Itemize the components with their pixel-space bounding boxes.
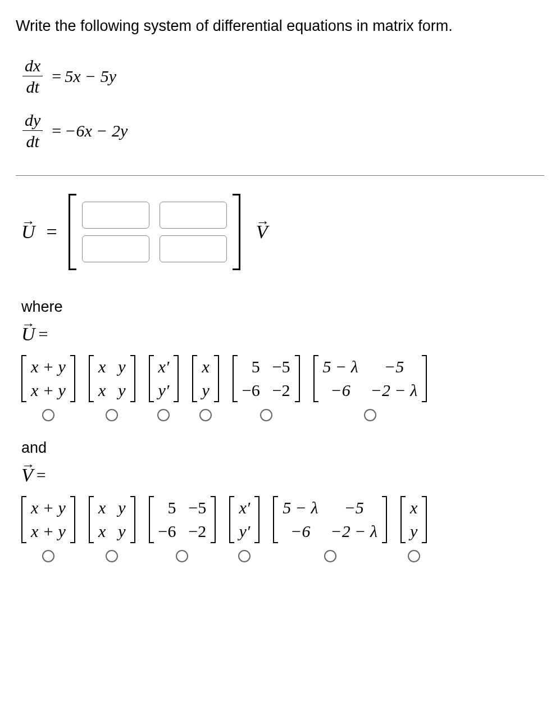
equation-2: dy dt = −6x − 2y (22, 111, 538, 151)
matrix-option: 5 − λ−5−6−2 − λ (313, 355, 427, 402)
matrix-cell: x′ (239, 498, 250, 517)
u-choice: 5 − λ−5−6−2 − λ (313, 355, 427, 421)
matrix-cell: x + y (31, 522, 66, 541)
matrix-cell: y (410, 522, 417, 541)
v-choice: 5−5−6−2 (149, 496, 216, 562)
matrix-option: xyxy (89, 496, 135, 543)
where-label: where (21, 298, 544, 316)
and-label: and (21, 439, 544, 457)
equals-sign: = (43, 221, 61, 243)
equation-block: dx dt = 5x − 5y dy dt = −6x − 2y (16, 47, 544, 176)
matrix-cell: −6 (158, 522, 176, 541)
matrix-option: x′y′ (229, 496, 259, 543)
matrix-option: 5−5−6−2 (233, 355, 300, 402)
matrix-option: xy (400, 496, 427, 543)
matrix-cell: x (410, 498, 417, 517)
matrix-cell: y (118, 381, 125, 400)
matrix-cell: y′ (239, 522, 250, 541)
matrix-cell-input-21[interactable] (82, 235, 149, 262)
u-choice-group: x + yx + yxyxyx′y′xy5−5−6−25 − λ−5−6−2 −… (21, 355, 544, 421)
eq1-lhs-den: dt (24, 78, 41, 96)
matrix-cell: −6 (283, 522, 318, 541)
v-choice: x + yx + y (21, 496, 75, 562)
matrix-option: x′y′ (149, 355, 179, 402)
matrix-cell: x′ (158, 357, 170, 376)
u-equals-line: → U = (21, 324, 544, 345)
matrix-cell-input-22[interactable] (160, 235, 227, 262)
u-choice: xy (192, 355, 218, 421)
u-choice: x′y′ (149, 355, 179, 421)
v-choice: 5 − λ−5−6−2 − λ (273, 496, 387, 562)
matrix-cell: −2 − λ (331, 522, 377, 541)
v-radio[interactable] (408, 550, 420, 562)
equals-sign: = (48, 121, 65, 140)
matrix-cell: x + y (31, 357, 66, 376)
vector-arrow-icon: → (21, 215, 35, 230)
matrix-cell: −6 (323, 381, 358, 400)
eq2-lhs-den: dt (24, 132, 41, 151)
u-radio[interactable] (260, 409, 272, 421)
vector-arrow-icon: → (256, 215, 268, 230)
eq1-lhs-num: dx (22, 56, 43, 75)
matrix-option: x + yx + y (21, 496, 75, 543)
v-choice: x′y′ (229, 496, 259, 562)
matrix-cell: 5 − λ (323, 357, 358, 376)
eq2-lhs-num: dy (22, 111, 43, 129)
u-radio[interactable] (364, 409, 376, 421)
u-choice: 5−5−6−2 (233, 355, 300, 421)
matrix-cell: x (98, 381, 106, 400)
matrix-cell: x + y (31, 498, 66, 517)
v-choice: xyxy (89, 496, 135, 562)
matrix-cell: y (118, 357, 125, 376)
matrix-option: 5 − λ−5−6−2 − λ (273, 496, 387, 543)
u-radio[interactable] (157, 409, 170, 421)
matrix-cell: y′ (158, 381, 170, 400)
matrix-cell: x (98, 522, 106, 541)
matrix-cell: −2 − λ (371, 381, 417, 400)
u-radio[interactable] (106, 409, 118, 421)
matrix-cell: −5 (188, 498, 206, 517)
matrix-cell: y (118, 498, 125, 517)
matrix-cell: x (98, 357, 106, 376)
u-choice: xyxy (89, 355, 135, 421)
matrix-cell: y (118, 522, 125, 541)
matrix-cell-input-11[interactable] (82, 202, 149, 229)
vector-arrow-icon: → (21, 458, 33, 473)
eq1-rhs: 5x − 5y (65, 67, 116, 86)
matrix-cell: 5 − λ (283, 498, 318, 517)
v-radio[interactable] (42, 550, 54, 562)
matrix-cell: −2 (188, 522, 206, 541)
matrix-option: xy (192, 355, 218, 402)
matrix-option: 5−5−6−2 (149, 496, 216, 543)
v-radio[interactable] (324, 550, 336, 562)
v-choice-group: x + yx + yxyxy5−5−6−2x′y′5 − λ−5−6−2 − λ… (21, 496, 544, 562)
u-choice: x + yx + y (21, 355, 75, 421)
v-radio[interactable] (176, 550, 188, 562)
matrix-cell: −2 (272, 381, 290, 400)
matrix-cell-input-12[interactable] (160, 202, 227, 229)
question-prompt: Write the following system of differenti… (16, 16, 544, 36)
matrix-cell: 5 (158, 498, 176, 517)
matrix-cell: y (202, 381, 209, 400)
v-radio[interactable] (238, 550, 251, 562)
vector-u-symbol: → U (21, 221, 35, 243)
matrix-cell: −6 (242, 381, 260, 400)
matrix-cell: −5 (371, 357, 417, 376)
matrix-option: x + yx + y (21, 355, 75, 402)
matrix-input (69, 194, 240, 270)
vector-arrow-icon: → (21, 317, 35, 332)
matrix-cell: x (202, 357, 209, 376)
v-radio[interactable] (106, 550, 118, 562)
matrix-cell: −5 (331, 498, 377, 517)
matrix-cell: x (98, 498, 106, 517)
matrix-cell: 5 (242, 357, 260, 376)
equals-sign: = (48, 67, 65, 86)
vector-v-symbol: → V (256, 221, 268, 243)
v-choice: xy (400, 496, 427, 562)
matrix-option: xyxy (89, 355, 135, 402)
matrix-cell: x + y (31, 381, 66, 400)
u-radio[interactable] (199, 409, 212, 421)
u-radio[interactable] (42, 409, 54, 421)
uv-equation-row: → U = → V (21, 194, 544, 270)
v-equals-line: → V = (21, 465, 544, 486)
